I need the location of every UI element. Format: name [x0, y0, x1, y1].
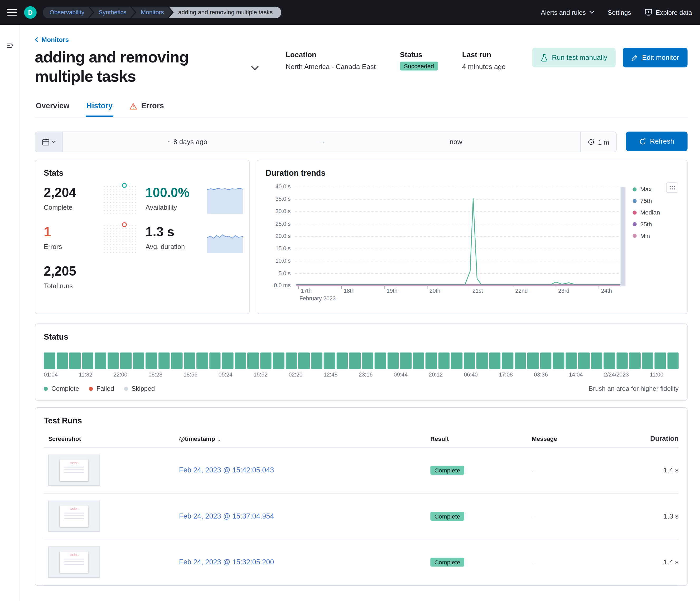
- status-bar[interactable]: [120, 352, 131, 369]
- chart-options-button[interactable]: [666, 183, 678, 193]
- y-axis-label: 20.0 s: [276, 233, 291, 239]
- space-avatar[interactable]: D: [24, 6, 36, 19]
- status-tick-label: 18:56: [183, 372, 198, 378]
- test-run-timestamp-link[interactable]: Feb 24, 2023 @ 15:37:04.954: [179, 513, 274, 520]
- legend-item-min[interactable]: Min: [632, 233, 660, 239]
- status-bar[interactable]: [196, 352, 208, 369]
- status-bar[interactable]: [591, 352, 602, 369]
- status-tick-label: 08:28: [148, 372, 162, 378]
- status-bar[interactable]: [667, 352, 679, 369]
- status-bar[interactable]: [438, 352, 450, 369]
- back-to-monitors-link[interactable]: Monitors: [35, 36, 69, 43]
- failed-legend-dot: [89, 387, 93, 391]
- stat-availability: 100.0% Availability: [146, 186, 200, 214]
- status-bar[interactable]: [336, 352, 348, 369]
- tab-history[interactable]: History: [85, 102, 114, 117]
- status-bar[interactable]: [426, 352, 437, 369]
- test-run-timestamp-link[interactable]: Feb 24, 2023 @ 15:42:05.043: [179, 466, 274, 474]
- col-timestamp[interactable]: @timestamp↓: [179, 435, 430, 442]
- status-bar[interactable]: [489, 352, 500, 369]
- status-bar[interactable]: [44, 352, 55, 369]
- status-bar[interactable]: [222, 352, 233, 369]
- alerts-and-rules-menu[interactable]: Alerts and rules: [541, 9, 594, 16]
- quick-select-date-button[interactable]: [35, 132, 63, 152]
- screenshot-thumbnail[interactable]: todos: [48, 501, 100, 532]
- settings-link[interactable]: Settings: [608, 9, 631, 16]
- title-chevron-down-icon[interactable]: [251, 66, 259, 71]
- status-bar[interactable]: [260, 352, 271, 369]
- refresh-button[interactable]: Refresh: [626, 132, 688, 152]
- status-bar[interactable]: [171, 352, 182, 369]
- duration-chart-x-axis: 17th18th19th20th21st22nd23rd24thFebruary…: [295, 288, 625, 306]
- tab-errors[interactable]: Errors: [129, 102, 165, 117]
- breadcrumb-observability[interactable]: Observability: [43, 7, 93, 18]
- status-bar[interactable]: [566, 352, 577, 369]
- status-bar[interactable]: [362, 352, 373, 369]
- explore-data-link[interactable]: Explore data: [644, 8, 692, 16]
- status-bar[interactable]: [349, 352, 360, 369]
- legend-item-max[interactable]: Max: [632, 186, 660, 193]
- status-bar[interactable]: [387, 352, 399, 369]
- status-bar[interactable]: [515, 352, 526, 369]
- status-bar[interactable]: [82, 352, 93, 369]
- status-bar[interactable]: [298, 352, 309, 369]
- breadcrumb-monitors[interactable]: Monitors: [131, 7, 172, 18]
- status-bar[interactable]: [107, 352, 119, 369]
- status-bar[interactable]: [56, 352, 68, 369]
- alerts-and-rules-label: Alerts and rules: [541, 9, 586, 16]
- status-bar[interactable]: [235, 352, 246, 369]
- status-bar[interactable]: [95, 352, 106, 369]
- run-test-manually-button[interactable]: Run test manually: [532, 48, 616, 68]
- status-bar[interactable]: [311, 352, 322, 369]
- status-bars[interactable]: [44, 352, 679, 369]
- status-bar[interactable]: [603, 352, 615, 369]
- date-range-start[interactable]: ~ 8 days ago: [63, 138, 312, 146]
- status-bar[interactable]: [69, 352, 80, 369]
- status-bar[interactable]: [578, 352, 590, 369]
- status-bar[interactable]: [617, 352, 628, 369]
- status-bar[interactable]: [629, 352, 641, 369]
- duration-chart-plot[interactable]: 17th18th19th20th21st22nd23rd24thFebruary…: [295, 185, 625, 292]
- date-range-end[interactable]: now: [331, 138, 580, 146]
- x-axis-label: 21st: [470, 288, 483, 294]
- status-bar[interactable]: [464, 352, 475, 369]
- status-bar[interactable]: [476, 352, 488, 369]
- status-bar[interactable]: [209, 352, 220, 369]
- status-bar[interactable]: [375, 352, 386, 369]
- legend-item-25th[interactable]: 25th: [632, 221, 660, 228]
- breadcrumb-current-page: adding and removing multiple tasks: [169, 7, 281, 18]
- refresh-interval-button[interactable]: 1 m: [580, 132, 616, 152]
- duration-trends-panel: Duration trends 40.0 s35.0 s30.0 s25.0 s…: [257, 160, 688, 314]
- test-run-row: todos Feb 24, 2023 @ 15:37:04.954 Comple…: [44, 494, 679, 539]
- legend-item-median[interactable]: Median: [632, 209, 660, 216]
- test-run-timestamp-link[interactable]: Feb 24, 2023 @ 15:32:05.200: [179, 558, 274, 566]
- edit-monitor-button[interactable]: Edit monitor: [623, 48, 688, 68]
- status-bar[interactable]: [324, 352, 335, 369]
- breadcrumb-synthetics[interactable]: Synthetics: [90, 7, 135, 18]
- status-bar[interactable]: [642, 352, 653, 369]
- status-bar[interactable]: [273, 352, 284, 369]
- sort-descending-icon[interactable]: ↓: [218, 435, 221, 442]
- status-bar[interactable]: [146, 352, 157, 369]
- status-bar[interactable]: [247, 352, 259, 369]
- status-bar[interactable]: [527, 352, 539, 369]
- status-bar[interactable]: [184, 352, 195, 369]
- tab-overview[interactable]: Overview: [35, 102, 70, 117]
- status-bar[interactable]: [451, 352, 462, 369]
- screenshot-thumbnail[interactable]: todos: [48, 547, 100, 578]
- status-bar[interactable]: [400, 352, 411, 369]
- status-bar[interactable]: [540, 352, 551, 369]
- status-tick-label: 14:04: [569, 372, 583, 378]
- expand-sidebar-icon[interactable]: [6, 42, 14, 49]
- legend-item-75th[interactable]: 75th: [632, 198, 660, 205]
- status-bar[interactable]: [553, 352, 564, 369]
- status-bar[interactable]: [158, 352, 170, 369]
- status-tick-label: 05:24: [219, 372, 232, 378]
- menu-icon[interactable]: [7, 9, 17, 16]
- status-bar[interactable]: [412, 352, 424, 369]
- status-bar[interactable]: [285, 352, 297, 369]
- screenshot-thumbnail[interactable]: todos: [48, 455, 100, 486]
- status-bar[interactable]: [133, 352, 144, 369]
- status-bar[interactable]: [654, 352, 666, 369]
- status-bar[interactable]: [502, 352, 513, 369]
